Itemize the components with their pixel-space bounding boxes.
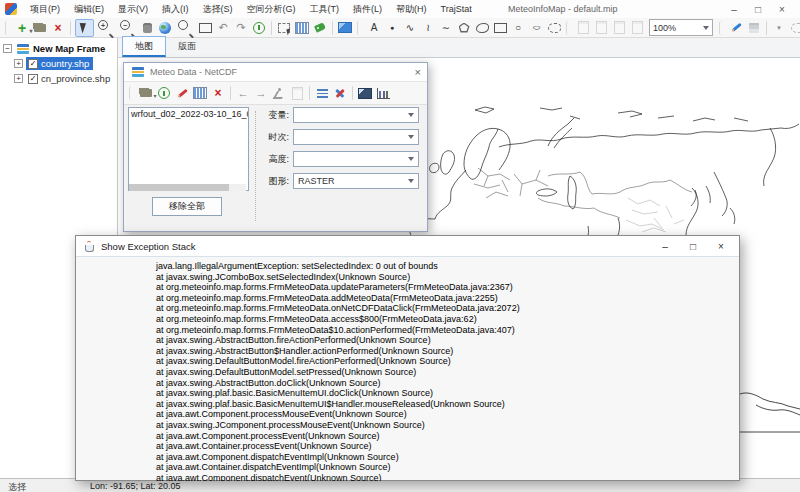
- menu-item[interactable]: 插件(L): [346, 3, 389, 16]
- collapse-icon[interactable]: −: [3, 44, 12, 53]
- menu-item[interactable]: 插入(I): [155, 3, 196, 16]
- rectangle-zoom-button[interactable]: [197, 20, 214, 36]
- pan-tool-button[interactable]: [139, 20, 156, 36]
- chevron-down-icon: [408, 157, 414, 161]
- data-table-button[interactable]: [192, 85, 209, 101]
- close-button[interactable]: ×: [770, 4, 794, 15]
- variable-list-button[interactable]: [314, 85, 331, 101]
- label-button[interactable]: [312, 20, 329, 36]
- screenshot-button[interactable]: [337, 20, 354, 36]
- expand-icon[interactable]: +: [14, 59, 23, 68]
- curve-annotation-button[interactable]: ∼: [438, 20, 455, 36]
- data-info-button[interactable]: [156, 85, 173, 101]
- menu-item[interactable]: TrajStat: [434, 4, 479, 14]
- scrollbar-thumb[interactable]: [129, 184, 229, 191]
- merge-feature-button[interactable]: [789, 20, 800, 36]
- layer-checkbox[interactable]: ✓: [28, 59, 38, 69]
- meteo-dialog-icon: [131, 66, 145, 78]
- print-button[interactable]: [611, 20, 628, 36]
- view-tab[interactable]: 版面: [166, 37, 208, 57]
- menu-item[interactable]: 项目(P): [23, 3, 67, 16]
- layer-node[interactable]: + ✓ cn_province.shp: [0, 71, 117, 86]
- export-image-button[interactable]: [629, 20, 646, 36]
- toolbar-grip: [129, 86, 134, 100]
- stack-trace-line: at java.awt.Container.processEvent(Unkno…: [86, 441, 739, 452]
- rectangle-annotation-button[interactable]: [492, 20, 509, 36]
- menu-item[interactable]: 空间分析(G): [240, 3, 303, 16]
- remove-all-button[interactable]: 移除全部: [152, 197, 222, 216]
- meteo-data-dialog: Meteo Data - NetCDF × ×←→ wrfout_d02_202…: [123, 62, 428, 232]
- report-button[interactable]: [575, 20, 592, 36]
- polyline-annotation-button[interactable]: ∿: [402, 20, 419, 36]
- edit-dropdown-button[interactable]: ▾: [771, 20, 788, 36]
- draw-data-button[interactable]: [174, 85, 191, 101]
- stack-trace-line: at java.awt.Component.dispatchEventImpl(…: [86, 452, 739, 463]
- stack-trace-line: at javax.swing.AbstractButton.doClick(Un…: [86, 378, 739, 389]
- layer-node[interactable]: + ✓ country.shp: [0, 56, 117, 71]
- attribute-table-button[interactable]: [294, 20, 311, 36]
- close-button[interactable]: ×: [707, 241, 735, 252]
- menu-item[interactable]: 工具(T): [303, 3, 347, 16]
- select-feature-button[interactable]: [276, 20, 293, 36]
- data-file-item[interactable]: wrfout_d02_2022-03-10_16_00_00: [129, 108, 248, 120]
- ellipse-annotation-button[interactable]: ○: [523, 21, 549, 34]
- redo-view-button[interactable]: ↷: [233, 20, 250, 36]
- menu-item[interactable]: 编辑(E): [67, 3, 111, 16]
- add-layer-button[interactable]: +: [14, 20, 31, 36]
- identify-button[interactable]: [251, 20, 268, 36]
- freehand-annotation-button[interactable]: ≀: [420, 20, 437, 36]
- stack-trace-line: at org.meteoinfo.map.forms.FrmMeteoData.…: [86, 303, 739, 314]
- open-data-button[interactable]: [138, 85, 155, 101]
- field-combobox[interactable]: [293, 151, 419, 167]
- exception-dialog-titlebar[interactable]: Show Exception Stack – □ ×: [76, 236, 739, 257]
- zoom-out-tool-button[interactable]: −: [117, 18, 138, 38]
- maximize-button[interactable]: □: [746, 4, 770, 15]
- previous-time-button[interactable]: ←: [235, 85, 252, 101]
- stack-trace[interactable]: java.lang.IllegalArgumentException: setS…: [76, 257, 739, 481]
- frame-step-button[interactable]: [289, 85, 306, 101]
- lasso-annotation-button[interactable]: [546, 20, 563, 36]
- toolbar-grip: [566, 21, 571, 35]
- settings-button[interactable]: [332, 85, 349, 101]
- point-annotation-button[interactable]: ●: [384, 20, 401, 36]
- chart-button[interactable]: [375, 85, 392, 101]
- map-frame-node[interactable]: − New Map Frame: [0, 41, 117, 56]
- freehand-polygon-button[interactable]: [474, 20, 491, 36]
- zoom-in-tool-button[interactable]: +: [95, 18, 116, 38]
- minimize-button[interactable]: –: [722, 4, 746, 15]
- next-time-button[interactable]: →: [253, 85, 270, 101]
- polygon-annotation-button[interactable]: [456, 20, 473, 36]
- layer-checkbox[interactable]: ✓: [28, 74, 38, 84]
- menu-item[interactable]: 显示(V): [111, 3, 155, 16]
- stack-trace-line: at javax.swing.AbstractButton$Handler.ac…: [86, 346, 739, 357]
- select-tool-button[interactable]: [75, 19, 94, 37]
- expand-icon[interactable]: +: [14, 74, 23, 83]
- minimize-button[interactable]: –: [651, 241, 679, 252]
- menu-item[interactable]: 帮助(H): [389, 3, 434, 16]
- view-tab[interactable]: 地图: [122, 36, 166, 57]
- undo-view-button[interactable]: ↶: [215, 20, 232, 36]
- meteo-dialog-close-button[interactable]: ×: [415, 66, 421, 78]
- maximize-button[interactable]: □: [679, 241, 707, 252]
- section-image-button[interactable]: [357, 85, 374, 101]
- remove-layer-button[interactable]: ×: [50, 20, 67, 36]
- open-project-icon[interactable]: [32, 20, 49, 36]
- remove-data-button[interactable]: ×: [210, 85, 227, 101]
- field-combobox[interactable]: [293, 129, 419, 145]
- zoom-level-combo[interactable]: 100%: [649, 19, 713, 36]
- horizontal-scrollbar[interactable]: [129, 184, 246, 191]
- meteo-dialog-titlebar[interactable]: Meteo Data - NetCDF ×: [124, 63, 427, 82]
- edit-tool-button[interactable]: [728, 20, 745, 36]
- menu-item[interactable]: 选择(S): [196, 3, 240, 16]
- field-combobox[interactable]: RASTER: [293, 173, 419, 189]
- animate-button[interactable]: [271, 85, 288, 101]
- data-file-list[interactable]: wrfout_d02_2022-03-10_16_00_00: [128, 107, 249, 191]
- field-combobox[interactable]: [293, 107, 419, 123]
- exception-dialog: Show Exception Stack – □ × java.lang.Ill…: [75, 235, 740, 481]
- save-edit-button[interactable]: [746, 20, 763, 36]
- text-annotation-button[interactable]: A: [366, 20, 383, 36]
- panel-splitter[interactable]: [255, 111, 256, 221]
- full-extent-button[interactable]: [157, 20, 174, 36]
- export-document-button[interactable]: [593, 20, 610, 36]
- zoom-window-button[interactable]: [175, 18, 196, 38]
